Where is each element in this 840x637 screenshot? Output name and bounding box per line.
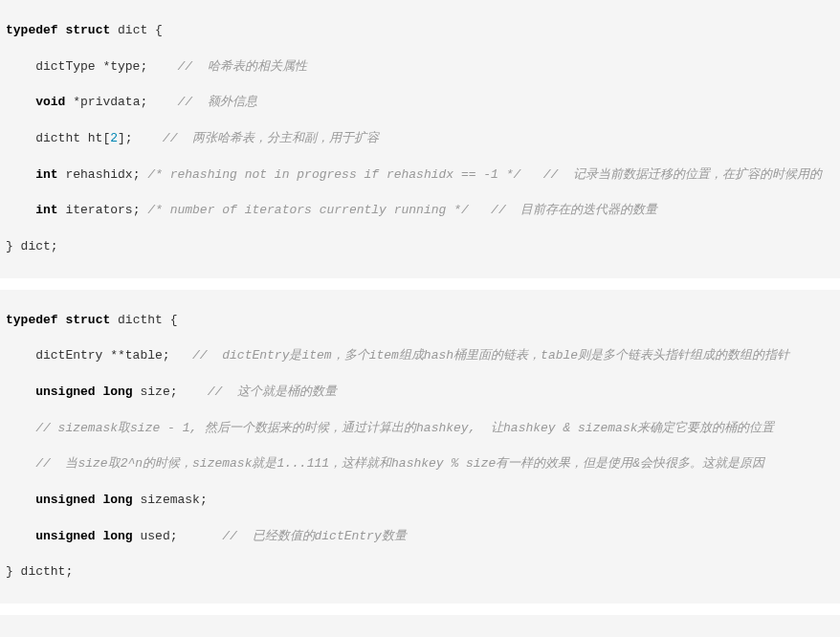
code-text: ]; (118, 131, 163, 145)
comment: // 这个就是桶的数量 (208, 384, 337, 399)
code-line: typedef struct dictht { (6, 312, 834, 330)
code-line: unsigned long size; // 这个就是桶的数量 (6, 384, 834, 402)
code-text (6, 95, 35, 109)
code-block-dict: typedef struct dict { dictType *type; //… (0, 0, 840, 278)
number: 2 (110, 131, 118, 145)
keyword: struct (65, 313, 110, 327)
keyword: long (102, 384, 132, 399)
brace: { (163, 313, 178, 327)
keyword: int (35, 203, 57, 217)
code-text: dictht ht[ (6, 131, 110, 145)
keyword: unsigned (35, 493, 95, 507)
code-text (6, 421, 35, 435)
code-block-dictType: typedef struct dictType { unsigned int (… (0, 615, 840, 637)
comment: // 额外信息 (177, 95, 256, 109)
comment: // dictEntry是item，多个item组成hash桶里面的链表，tab… (192, 348, 789, 362)
keyword: long (102, 529, 132, 543)
keyword: int (35, 167, 57, 182)
code-text (6, 167, 35, 182)
code-text (6, 384, 35, 399)
code-text (6, 493, 35, 507)
identifier: dictht (118, 313, 163, 327)
code-text: *privdata; (65, 95, 177, 109)
comment: // 已经数值的dictEntry数量 (222, 529, 406, 543)
code-line: // sizemask取size - 1, 然后一个数据来的时候，通过计算出的h… (6, 420, 834, 438)
code-block-dictht: typedef struct dictht { dictEntry **tabl… (0, 290, 840, 604)
keyword: long (102, 493, 132, 507)
identifier: dict (118, 23, 147, 37)
code-line: } dict; (6, 238, 834, 256)
code-text: dictType *type; (6, 59, 177, 74)
comment: // 两张哈希表，分主和副，用于扩容 (163, 131, 379, 145)
keyword: unsigned (35, 384, 95, 399)
code-line: // 当size取2^n的时候，sizemask就是1...111，这样就和ha… (6, 455, 834, 473)
code-line: int rehashidx; /* rehashing not in progr… (6, 166, 834, 185)
code-text: used; (133, 529, 223, 543)
brace: { (147, 23, 163, 37)
comment: // sizemask取size - 1, 然后一个数据来的时候，通过计算出的h… (35, 421, 774, 435)
keyword: struct (65, 23, 110, 37)
comment: // 哈希表的相关属性 (177, 59, 306, 74)
comment: // 当size取2^n的时候，sizemask就是1...111，这样就和ha… (35, 456, 764, 471)
code-text: sizemask; (133, 493, 208, 507)
comment: /* number of iterators currently running… (147, 203, 468, 217)
comment: // 记录当前数据迁移的位置，在扩容的时候用的 (520, 167, 822, 182)
keyword: void (35, 95, 65, 109)
keyword: typedef (6, 23, 58, 37)
code-line: void *privdata; // 额外信息 (6, 94, 834, 112)
code-line: dictEntry **table; // dictEntry是item，多个i… (6, 347, 834, 365)
code-text (6, 203, 35, 217)
code-text: dictEntry **table; (6, 348, 192, 362)
keyword: typedef (6, 313, 58, 327)
comment: // 目前存在的迭代器的数量 (469, 203, 658, 217)
comment: /* rehashing not in progress if rehashid… (147, 167, 520, 182)
code-line: dictType *type; // 哈希表的相关属性 (6, 58, 834, 77)
code-line: dictht ht[2]; // 两张哈希表，分主和副，用于扩容 (6, 130, 834, 148)
code-line: int iterators; /* number of iterators cu… (6, 202, 834, 220)
code-text (6, 456, 35, 471)
code-text: iterators; (58, 203, 148, 217)
code-line: unsigned long sizemask; (6, 492, 834, 510)
code-line: typedef struct dict { (6, 22, 834, 40)
keyword: unsigned (35, 529, 95, 543)
code-text: rehashidx; (58, 167, 148, 182)
code-text: size; (133, 384, 208, 399)
code-text (6, 529, 35, 543)
code-line: } dictht; (6, 563, 834, 582)
code-line: unsigned long used; // 已经数值的dictEntry数量 (6, 528, 834, 546)
